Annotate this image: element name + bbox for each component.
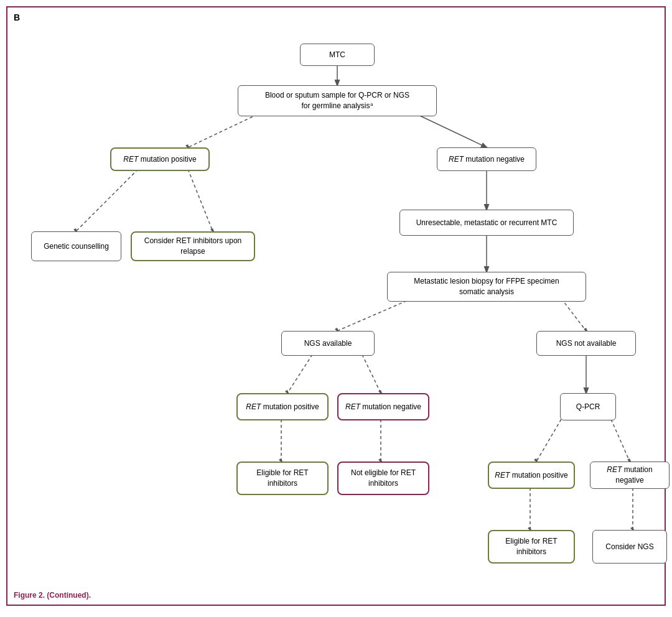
svg-line-1 — [188, 112, 263, 147]
box-blood-sample: Blood or sputum sample for Q-PCR or NGS … — [238, 85, 437, 116]
box-ret-positive-2: RET mutation positive — [236, 393, 329, 420]
box-ret-positive-1: RET mutation positive — [110, 147, 210, 171]
svg-line-25 — [611, 419, 630, 462]
svg-line-14 — [287, 355, 312, 393]
figure-caption: Figure 2. (Continued). — [14, 591, 91, 600]
box-consider-ret: Consider RET inhibitors upon relapse — [131, 231, 255, 261]
box-eligible-ret-2: Eligible for RET inhibitors — [488, 530, 575, 564]
box-ngs-not-available: NGS not available — [536, 331, 636, 356]
box-metastatic-biopsy: Metastatic lesion biopsy for FFPE specim… — [387, 272, 586, 302]
box-not-eligible-ret: Not eligible for RET inhibitors — [337, 462, 429, 495]
box-unresectable: Unresectable, metastatic or recurrent MT… — [399, 210, 574, 236]
box-qpcr: Q-PCR — [560, 393, 616, 420]
svg-line-4 — [76, 169, 138, 231]
svg-line-6 — [188, 169, 213, 231]
box-mtc: MTC — [300, 44, 375, 66]
svg-line-12 — [561, 299, 586, 331]
box-ret-negative-1: RET mutation negative — [437, 147, 536, 171]
blood-sample-text: Blood or sputum sample for Q-PCR or NGS … — [265, 90, 409, 111]
box-genetic-counselling: Genetic counselling — [31, 231, 121, 261]
flowchart: MTC Blood or sputum sample for Q-PCR or … — [14, 26, 658, 598]
outer-border: B — [6, 6, 666, 606]
box-ret-positive-3: RET mutation positive — [488, 462, 575, 489]
box-ret-negative-2: RET mutation negative — [337, 393, 429, 420]
box-consider-ngs: Consider NGS — [592, 530, 667, 564]
box-ngs-available: NGS available — [281, 331, 375, 356]
panel-label: B — [14, 12, 20, 22]
svg-line-16 — [362, 355, 381, 393]
box-ret-negative-3: RET mutation negative — [590, 462, 670, 489]
svg-line-10 — [337, 299, 412, 331]
svg-line-3 — [412, 112, 487, 147]
box-eligible-ret-1: Eligible for RET inhibitors — [236, 462, 329, 495]
svg-line-23 — [536, 419, 561, 462]
